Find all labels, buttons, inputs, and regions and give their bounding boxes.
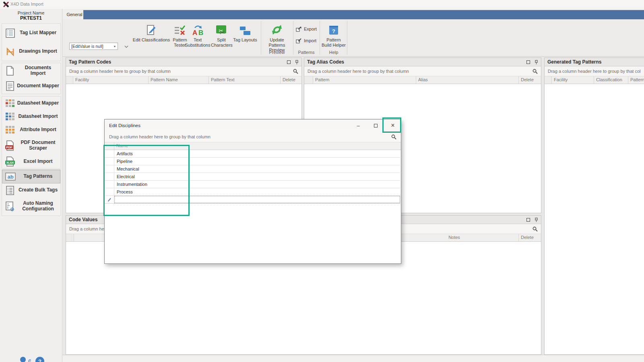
maximize-panel-icon[interactable] (526, 218, 530, 222)
row-indicator-column (66, 234, 74, 241)
edit-value-combo[interactable]: [EditValue is null] ▾ (69, 43, 118, 50)
new-discipline-input[interactable] (114, 196, 400, 203)
discipline-row[interactable]: Artifacts (105, 150, 400, 158)
column-facility[interactable]: Facility (552, 76, 594, 84)
update-patterns-preview-button[interactable]: Update Patterns Preview (262, 22, 291, 54)
column-facility[interactable]: Facility (73, 76, 149, 84)
discipline-name: Instrumentation (114, 181, 400, 188)
pin-icon[interactable] (535, 60, 538, 64)
search-icon[interactable] (533, 69, 538, 74)
discipline-name: Electrical (114, 173, 400, 180)
text-substitutions-icon: AB (184, 22, 211, 36)
search-icon[interactable] (293, 69, 298, 74)
sidebar-item-documents-import[interactable]: Documents Import (2, 63, 60, 78)
svg-text:✂: ✂ (219, 28, 223, 34)
ribbon-separator (320, 21, 320, 55)
sidebar-item-label: Document Mapper (17, 83, 59, 89)
column-delete[interactable]: Delete (519, 234, 541, 241)
row-indicator-column (105, 142, 114, 150)
text-substitutions-button[interactable]: AB Text Substitutions (184, 22, 211, 54)
minimize-icon: – (357, 123, 359, 129)
discipline-row[interactable]: Pipeline (105, 158, 400, 165)
project-name-label: Project Name (0, 10, 62, 15)
column-pattern[interactable]: Pattern (628, 76, 644, 84)
sidebar-item-auto-naming-configuration[interactable]: i⚙ Auto Naming Configuration (2, 197, 60, 216)
pin-icon[interactable] (295, 60, 299, 64)
sidebar-item-tag-patterns[interactable]: ab Tag Patterns (2, 170, 60, 183)
sidebar-item-drawings-import[interactable]: Drawings Import (2, 42, 60, 61)
pdf-icon: PDF (3, 140, 17, 151)
sidebar-item-create-bulk-tags[interactable]: Create Bulk Tags (2, 183, 60, 197)
close-button[interactable]: × (386, 119, 399, 132)
search-icon[interactable] (533, 226, 538, 232)
close-icon: × (391, 122, 394, 129)
column-delete[interactable]: Delete (281, 76, 301, 84)
sidebar-item-pdf-document-scraper[interactable]: PDF PDF Document Scraper (2, 136, 60, 155)
column-alias[interactable]: Alias (416, 76, 519, 84)
tag-list-icon (3, 28, 17, 38)
pin-icon[interactable] (535, 218, 538, 222)
discipline-row[interactable]: Mechanical (105, 165, 400, 173)
sidebar-group-mappers: Tag List Mapper Drawings Import (2, 23, 61, 61)
tab-general[interactable]: General (66, 10, 83, 19)
panel-title: Tag Alias Codes (307, 59, 526, 65)
svg-text:?: ? (38, 358, 41, 362)
group-label-preview: Preview (262, 50, 291, 55)
sidebar-group-documents: Documents Import Document Mapper (2, 63, 61, 94)
panel-generated-tag-patterns: Generated Tag Patterns Drag a column hea… (544, 58, 644, 355)
discipline-row[interactable]: Instrumentation (105, 181, 400, 188)
maximize-panel-icon[interactable] (287, 60, 291, 64)
column-notes[interactable]: Notes (390, 234, 519, 241)
column-name[interactable]: Name (114, 142, 130, 150)
svg-text:A: A (192, 29, 197, 36)
column-classification[interactable]: Classification (594, 76, 628, 84)
column-pattern-text[interactable]: Pattern Text (209, 76, 281, 84)
grid-body[interactable] (545, 84, 644, 354)
tag-layouts-button[interactable]: Tag Layouts (232, 22, 258, 54)
svg-text:ab: ab (7, 174, 13, 180)
discipline-row[interactable]: Process (105, 188, 400, 196)
ribbon-body: [EditValue is null] ▾ Edit Classificatio… (62, 19, 644, 57)
sidebar-item-attribute-import[interactable]: Attribute Import (2, 123, 60, 136)
user-settings-icon[interactable]: ⚙ (18, 356, 31, 362)
help-icon[interactable]: ? (35, 356, 46, 362)
document-lines-icon (3, 81, 17, 91)
sidebar-item-excel-import[interactable]: XLSX Excel Import (2, 155, 60, 168)
maximize-panel-icon[interactable] (526, 60, 530, 64)
panel-header: Tag Pattern Codes (66, 58, 301, 66)
column-delete[interactable]: Delete (519, 76, 541, 84)
export-label: Export (304, 27, 317, 31)
minimize-button[interactable]: – (352, 119, 365, 132)
panel-title: Generated Tag Patterns (547, 59, 641, 65)
dialog-group-by-row[interactable]: Drag a column header here to group by th… (105, 132, 401, 142)
sidebar-item-tag-list-mapper[interactable]: Tag List Mapper (2, 24, 60, 42)
maximize-button[interactable] (369, 119, 382, 132)
export-button[interactable]: Export (296, 25, 318, 33)
sidebar-item-datasheet-import[interactable]: Datasheet Import (2, 110, 60, 123)
group-by-row[interactable]: Drag a column header here to group by th… (66, 66, 301, 76)
tag-layouts-icon (232, 22, 258, 36)
svg-text:i: i (7, 206, 8, 210)
search-icon[interactable] (391, 134, 396, 140)
pattern-build-helper-button[interactable]: ? Pattern Build Helper (321, 22, 346, 54)
sidebar-item-datasheet-mapper[interactable]: Datasheet Mapper (2, 97, 60, 110)
group-by-row[interactable]: Drag a column header here to group by th… (545, 66, 644, 76)
column-pattern[interactable]: Pattern (313, 76, 416, 84)
ribbon-separator (261, 21, 261, 55)
sidebar-item-document-mapper[interactable]: Document Mapper (2, 78, 60, 94)
dialog-column-header-row: Name (105, 142, 401, 150)
edit-classifications-button[interactable]: Edit Classifications (132, 22, 171, 54)
import-button[interactable]: Import (296, 37, 318, 45)
discipline-row[interactable]: Electrical (105, 173, 400, 181)
svg-text:?: ? (332, 28, 335, 34)
split-characters-button[interactable]: ✂✂ Split Characters (211, 22, 232, 54)
new-discipline-edit-row[interactable] (105, 196, 400, 204)
panel-header: Tag Alias Codes (304, 58, 541, 66)
combo-value: [EditValue is null] (70, 44, 112, 49)
chevron-down-icon[interactable] (123, 44, 130, 49)
drag-hint: Drag a column header here to group by th… (308, 69, 533, 74)
sidebar: Project Name PKTEST1 Tag List Mapper Dra… (0, 9, 62, 362)
column-pattern-name[interactable]: Pattern Name (149, 76, 209, 84)
group-by-row[interactable]: Drag a column header here to group by th… (304, 66, 541, 76)
combo-dropdown-icon[interactable]: ▾ (112, 45, 118, 48)
